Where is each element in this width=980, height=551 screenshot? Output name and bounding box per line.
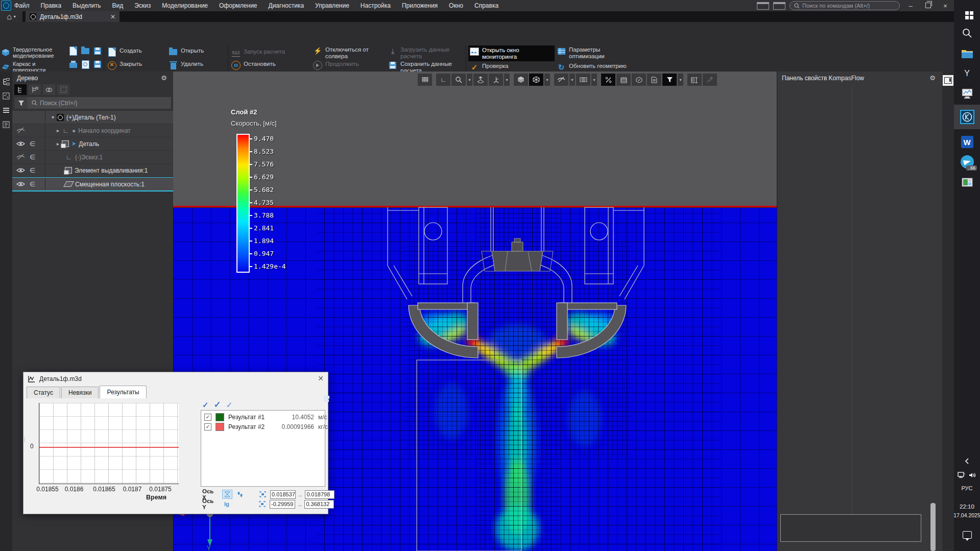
shaded-view-icon[interactable]: [514, 74, 528, 86]
yandex-browser-icon[interactable]: Y: [954, 64, 980, 83]
filter-funnel-icon[interactable]: [14, 97, 28, 109]
volume-icon[interactable]: [969, 472, 976, 478]
menu-edit[interactable]: Правка: [41, 2, 62, 9]
eye-icon[interactable]: [16, 181, 25, 187]
eyedropper-icon[interactable]: [703, 74, 717, 86]
chevron-down-icon[interactable]: ▾: [678, 74, 683, 86]
tree-item-sketch[interactable]: ∈ ∟ (-)Эскиз:1: [12, 151, 173, 163]
open-monitoring-window-button[interactable]: Открыть окно мониторинга: [468, 45, 555, 61]
x-min-field[interactable]: 0.018537: [270, 490, 296, 499]
language-indicator[interactable]: РУС: [954, 484, 980, 492]
kompas-logo-icon[interactable]: [1, 1, 11, 11]
properties-panel-toggle-icon[interactable]: [943, 75, 953, 86]
section-view-icon[interactable]: [576, 74, 590, 86]
fit-range-icon[interactable]: [257, 500, 267, 508]
minimize-button[interactable]: –: [904, 2, 917, 10]
dialog-close-icon[interactable]: ✕: [318, 374, 324, 382]
gear-icon[interactable]: ⚙: [161, 74, 167, 82]
checkbox-checked-icon[interactable]: ✓: [204, 414, 211, 421]
hidden-eye-icon[interactable]: [16, 154, 25, 160]
command-search-input[interactable]: Поиск по командам (Alt+/): [790, 1, 900, 10]
menu-settings[interactable]: Настройка: [361, 2, 391, 9]
stop-button[interactable]: Остановить: [231, 61, 308, 70]
ribbon-tab-solid-modeling[interactable]: Твердотельное моделирование: [0, 45, 64, 60]
tree-panel-icon[interactable]: [1, 77, 11, 87]
chevron-down-icon[interactable]: ▾: [544, 74, 550, 86]
member-of-icon[interactable]: ∈: [30, 180, 35, 188]
save-icon[interactable]: [93, 46, 102, 56]
menu-applications[interactable]: Приложения: [402, 2, 438, 9]
word-icon[interactable]: W: [954, 133, 980, 151]
create-button[interactable]: Создать: [107, 47, 142, 57]
report-icon[interactable]: [647, 74, 661, 86]
chevron-down-icon[interactable]: ▾: [467, 74, 472, 86]
tree-item-offset-plane[interactable]: ∈ Смещенная плоскость:1: [12, 177, 173, 191]
file-explorer-icon[interactable]: [954, 45, 980, 62]
tab-close-icon[interactable]: ✕: [110, 13, 115, 20]
auto-scale-icon[interactable]: [222, 490, 232, 499]
check-all-icon[interactable]: ✓: [202, 400, 209, 410]
home-button[interactable]: ⌂▾: [0, 11, 22, 22]
taskbar-overflow-chevron-icon[interactable]: [954, 456, 980, 466]
start-button[interactable]: [954, 4, 980, 21]
tree-relations-icon[interactable]: [43, 84, 55, 95]
variables-panel-icon[interactable]: [1, 119, 11, 130]
results-chart[interactable]: [39, 403, 179, 484]
measure-icon[interactable]: [687, 74, 702, 86]
tab-results[interactable]: Результаты: [100, 386, 146, 398]
menu-modeling[interactable]: Моделирование: [162, 2, 208, 9]
member-of-icon[interactable]: ∈: [30, 166, 35, 174]
close-document-button[interactable]: ✕Закрыть: [107, 61, 142, 70]
app-window-icon[interactable]: [954, 174, 980, 191]
footprints-icon[interactable]: [235, 490, 245, 498]
save-as-icon[interactable]: [93, 60, 102, 69]
eye-icon[interactable]: [16, 167, 25, 173]
new-window-icon[interactable]: [757, 2, 769, 10]
rebuild-icon[interactable]: [632, 74, 646, 86]
filter-icon[interactable]: [662, 74, 677, 86]
y-min-field[interactable]: -0.29959: [270, 500, 295, 509]
checklist-panel-icon[interactable]: [1, 91, 11, 101]
menu-layout[interactable]: Оформление: [219, 2, 257, 9]
open-button[interactable]: Открыть: [169, 47, 204, 57]
menu-file[interactable]: Файл: [14, 2, 30, 9]
notification-center-icon[interactable]: [954, 529, 980, 540]
continue-button[interactable]: Продолжить: [313, 61, 385, 70]
dialog-resize-grip[interactable]: ⁞⁞: [24, 438, 26, 442]
load-calc-data-button[interactable]: ⤓Загрузить данные расчета: [388, 46, 465, 59]
member-of-icon[interactable]: ∈: [30, 153, 35, 161]
tree-search-input[interactable]: Поиск (Ctrl+/): [14, 97, 171, 109]
log-scale-toggle[interactable]: lg: [222, 500, 231, 508]
print-icon[interactable]: [68, 60, 78, 69]
collapse-caret-icon[interactable]: ▾: [52, 114, 54, 120]
zoom-icon[interactable]: [451, 74, 466, 86]
grid-toggle-icon[interactable]: [418, 74, 432, 86]
clock-date[interactable]: 17.04.2025: [954, 512, 980, 519]
local-cs-icon[interactable]: ∟: [436, 74, 450, 86]
hidden-eye-icon[interactable]: [16, 127, 25, 134]
orientation-icon[interactable]: [473, 74, 488, 86]
tree-selection-area-icon[interactable]: [57, 84, 69, 95]
menu-help[interactable]: Справка: [474, 2, 498, 9]
menu-select[interactable]: Выделить: [73, 2, 101, 9]
clock-time[interactable]: 22:10: [954, 503, 980, 510]
delete-button[interactable]: Удалить: [169, 61, 203, 70]
tab-residuals[interactable]: Невязки: [61, 387, 99, 398]
tree-structure-view-icon[interactable]: [29, 84, 41, 95]
panel-scrollbar[interactable]: [930, 503, 936, 551]
tree-item-coordinate-origin[interactable]: ▸ ∟ ● Начало координат: [12, 124, 173, 137]
x-max-field[interactable]: 0.018798: [305, 490, 334, 499]
menu-window[interactable]: Окно: [449, 2, 463, 9]
check-icon[interactable]: ✓: [214, 399, 221, 410]
optimization-params-button[interactable]: Параметры оптимизации: [557, 46, 633, 59]
menu-management[interactable]: Управление: [315, 2, 349, 9]
result-row[interactable]: ✓ Результат #1 10.4052 м/с: [201, 412, 328, 422]
telegram-icon[interactable]: ..66: [954, 152, 980, 172]
print-preview-icon[interactable]: [81, 60, 90, 69]
tree-item-extrusion[interactable]: ∈ Элемент выдавливания:1: [12, 164, 173, 177]
sheet-params-icon[interactable]: [616, 74, 631, 86]
dialog-title-bar[interactable]: Деталь1ф.m3d ✕: [23, 372, 328, 386]
layers-panel-icon[interactable]: [1, 105, 11, 115]
expand-caret-icon[interactable]: ▸: [57, 128, 59, 133]
close-button[interactable]: ×: [939, 2, 952, 10]
